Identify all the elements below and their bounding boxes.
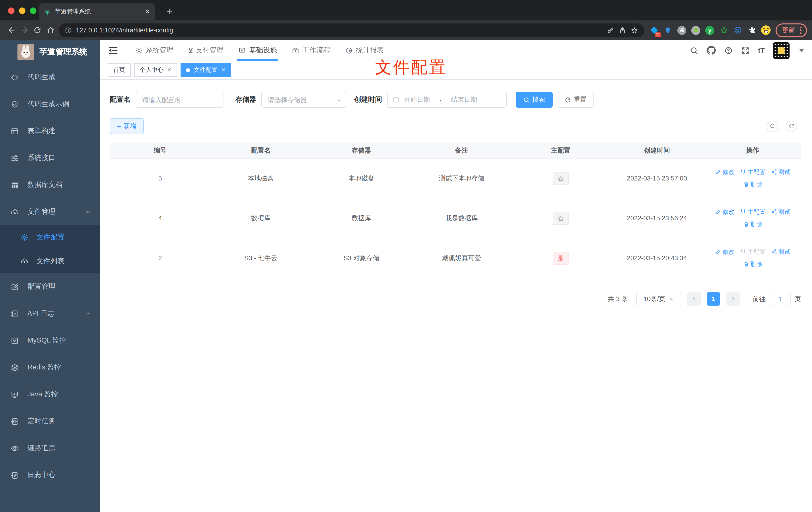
sidebar-item-form-builder[interactable]: 表单构建 (0, 118, 100, 145)
avatar[interactable] (773, 42, 789, 59)
nav-item-workflow[interactable]: 工作流程 (285, 40, 338, 61)
end-date-placeholder: 结束日期 (451, 95, 477, 104)
prev-page-button[interactable] (687, 292, 701, 306)
col-id: 编号 (110, 143, 210, 158)
search-icon[interactable] (690, 46, 698, 55)
sidebar-item-trace[interactable]: 链路追踪 (0, 435, 100, 462)
delete-action[interactable]: 删除 (743, 220, 762, 229)
app-header: 系统管理 ¥ 支付管理 基础设施 工作流程 (100, 40, 812, 61)
sidebar-item-redis-monitor[interactable]: Redis 监控 (0, 354, 100, 381)
fullscreen-icon[interactable] (741, 46, 750, 55)
table-row: 5 本地磁盘 本地磁盘 测试下本地存储 否 2022-03-15 23:57:0… (110, 158, 801, 198)
sidebar-item-file-management[interactable]: 文件管理 (0, 199, 100, 225)
font-size-icon[interactable]: tT (758, 47, 764, 54)
goto-page-input[interactable] (770, 292, 790, 306)
refresh-table-icon[interactable] (786, 120, 797, 132)
minimize-window-button[interactable] (19, 7, 25, 14)
delete-action[interactable]: 删除 (743, 260, 762, 268)
sidebar-item-mysql-monitor[interactable]: MySQL 监控 (0, 327, 100, 354)
col-actions: 操作 (704, 143, 801, 158)
form-grid-icon (10, 127, 19, 135)
tab-profile[interactable]: 个人中心 ✕ (134, 63, 177, 77)
edit-action[interactable]: 修改 (715, 208, 734, 216)
monitor-check-icon (239, 47, 246, 54)
address-bar[interactable]: 127.0.0.1:1024/infra/file/file-config (59, 23, 644, 37)
close-icon[interactable]: ✕ (221, 67, 226, 73)
sidebar-item-system-api[interactable]: 系统接口 (0, 145, 100, 172)
home-icon[interactable] (44, 24, 57, 37)
delete-action[interactable]: 删除 (743, 180, 762, 189)
extension-diamond-icon[interactable]: 11 (649, 26, 658, 35)
add-button[interactable]: + 新增 (110, 118, 144, 134)
nav-item-payment[interactable]: ¥ 支付管理 (181, 40, 231, 61)
tags-view: 首页 个人中心 ✕ 文件配置 ✕ (100, 61, 812, 80)
sidebar-item-api-log[interactable]: API 日志 (0, 300, 100, 327)
site-info-icon[interactable] (65, 27, 72, 34)
extension-dot-icon[interactable] (691, 26, 700, 35)
extension-command-icon[interactable]: ⌘ (677, 26, 686, 35)
browser-menu-icon[interactable] (800, 27, 802, 34)
share-nodes-icon (771, 169, 777, 175)
sidebar-item-java-monitor[interactable]: Java 监控 (0, 381, 100, 408)
extensions-puzzle-icon[interactable] (747, 26, 756, 35)
master-action[interactable]: 主配置 (740, 208, 765, 216)
sidebar-item-file-config[interactable]: 文件配置 (0, 225, 100, 249)
logo-row[interactable]: 芋道管理系统 (0, 40, 100, 64)
favicon-leaf-icon (44, 8, 51, 15)
avatar-caret-icon[interactable] (799, 49, 804, 52)
master-action[interactable]: 主配置 (740, 168, 765, 176)
page-size-select[interactable]: 10条/页 (636, 292, 681, 306)
edit-icon (715, 249, 721, 255)
sidebar-item-code-generation[interactable]: 代码生成 (0, 64, 100, 91)
bookmark-star-icon[interactable] (631, 26, 638, 34)
profile-emoji-icon[interactable] (761, 25, 771, 35)
extension-star-icon[interactable] (719, 26, 728, 35)
close-icon[interactable]: ✕ (167, 67, 172, 73)
storage-select[interactable] (261, 92, 346, 108)
github-icon[interactable] (707, 46, 716, 55)
search-button[interactable]: 搜索 (516, 92, 553, 108)
plus-icon: + (117, 122, 121, 130)
tab-home[interactable]: 首页 (108, 63, 131, 77)
help-icon[interactable] (724, 46, 733, 55)
edit-action[interactable]: 修改 (715, 168, 734, 176)
extension-eye-icon[interactable] (733, 26, 742, 35)
forward-icon[interactable] (18, 24, 31, 37)
share-icon[interactable] (618, 26, 627, 34)
browser-tab-title: 芋道管理系统 (55, 7, 141, 16)
new-tab-button[interactable]: + (163, 5, 176, 18)
magnet-icon (740, 169, 746, 175)
close-window-button[interactable] (8, 7, 14, 14)
annotation-title: 文件配置 (375, 56, 447, 79)
test-action[interactable]: 测试 (771, 168, 790, 176)
reset-button[interactable]: 重置 (558, 92, 593, 108)
nav-item-infrastructure[interactable]: 基础设施 (231, 40, 285, 61)
test-action[interactable]: 测试 (771, 208, 790, 216)
extension-y-icon[interactable]: y (705, 26, 714, 35)
extension-balloon-icon[interactable] (663, 26, 672, 35)
config-name-input[interactable] (136, 92, 224, 108)
back-icon[interactable] (5, 24, 18, 37)
test-action[interactable]: 测试 (771, 247, 790, 256)
sidebar-item-config-management[interactable]: 配置管理 (0, 273, 100, 300)
browser-update-button[interactable]: 更新 (776, 23, 807, 37)
sidebar-item-log-center[interactable]: 日志中心 (0, 462, 100, 488)
zoom-window-button[interactable] (30, 7, 36, 14)
col-storage: 存储器 (311, 143, 411, 158)
show-search-icon[interactable] (766, 120, 778, 132)
date-range-picker[interactable]: 开始日期 - 结束日期 (387, 92, 507, 108)
sidebar-item-file-list[interactable]: 文件列表 (0, 249, 100, 273)
reload-icon[interactable] (31, 24, 44, 37)
collapse-sidebar-icon[interactable] (108, 45, 119, 56)
sidebar-item-scheduled-tasks[interactable]: 定时任务 (0, 408, 100, 435)
page-number-current[interactable]: 1 (707, 292, 720, 306)
tab-file-config[interactable]: 文件配置 ✕ (180, 63, 231, 77)
edit-action[interactable]: 修改 (715, 247, 734, 256)
tab-close-icon[interactable]: ✕ (145, 8, 150, 15)
nav-item-system[interactable]: 系统管理 (128, 40, 181, 61)
sidebar-item-code-gen-example[interactable]: 代码生成示例 (0, 91, 100, 118)
password-key-icon[interactable] (607, 26, 614, 34)
browser-tab[interactable]: 芋道管理系统 ✕ (39, 3, 155, 21)
sidebar-item-db-doc[interactable]: 数据库文档 (0, 172, 100, 199)
next-page-button[interactable] (726, 292, 740, 306)
